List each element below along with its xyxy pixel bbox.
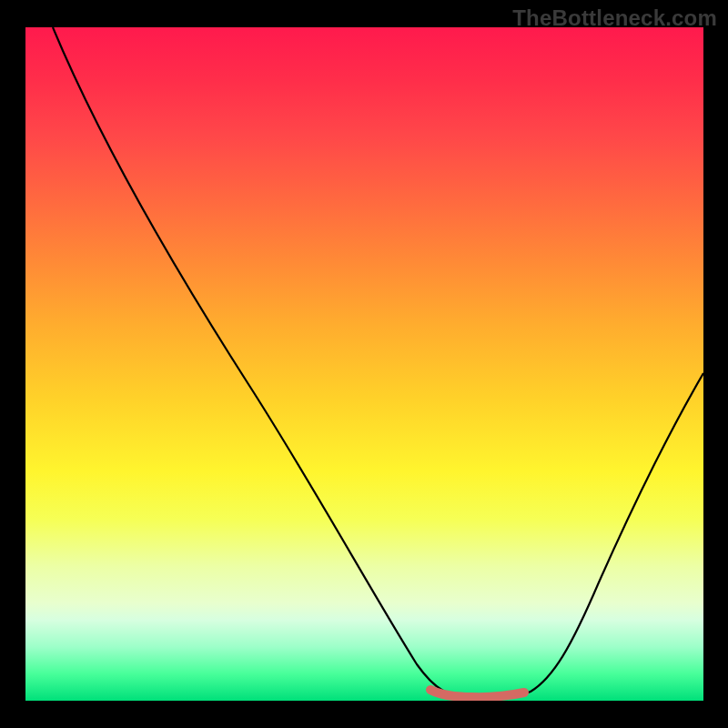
bottleneck-curve [25, 27, 703, 701]
watermark-text: TheBottleneck.com [512, 5, 717, 31]
plot-area [25, 27, 703, 701]
curve-path [53, 27, 703, 697]
optimum-marker [430, 690, 524, 697]
chart-frame: TheBottleneck.com [0, 0, 728, 728]
